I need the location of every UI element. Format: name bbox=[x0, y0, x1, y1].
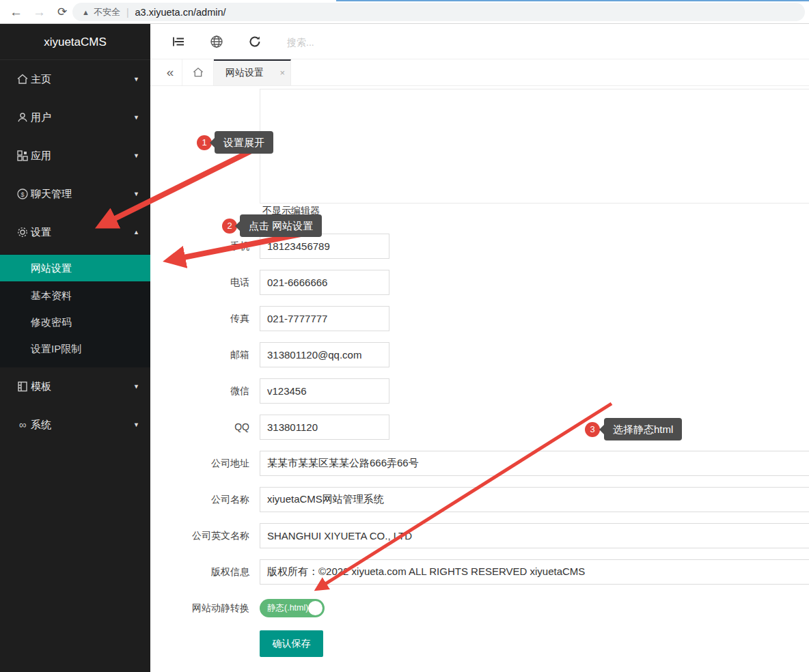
tabs-scroll-left-icon[interactable]: « bbox=[159, 59, 182, 85]
fax-field[interactable] bbox=[260, 306, 389, 331]
system-icon: ∞ bbox=[16, 419, 29, 431]
company-address-field[interactable] bbox=[260, 451, 809, 476]
field-label-company-name-en: 公司英文名称 bbox=[102, 523, 249, 548]
security-label[interactable]: 不安全 bbox=[94, 6, 120, 18]
tab-bar: « 网站设置 × bbox=[150, 59, 809, 86]
wechat-field[interactable] bbox=[260, 378, 389, 404]
annotation-tooltip-1: 设置展开 bbox=[215, 131, 273, 154]
save-button[interactable]: 确认保存 bbox=[260, 630, 323, 657]
static-html-toggle[interactable]: 静态(.html) bbox=[260, 599, 325, 617]
app-logo-title[interactable]: xiyuetaCMS bbox=[0, 24, 150, 60]
browser-bar: ← → ⟳ ▲ 不安全 | a3.xiyueta.cn/admin/ bbox=[0, 0, 809, 24]
company-name-field[interactable] bbox=[260, 487, 809, 512]
user-icon bbox=[16, 111, 29, 124]
toggle-value-label: 静态(.html) bbox=[267, 599, 308, 617]
sidebar-item-users[interactable]: 用户 ▼ bbox=[0, 98, 150, 137]
field-label-copyright: 版权信息 bbox=[102, 559, 249, 585]
tab-label: 网站设置 bbox=[225, 61, 264, 85]
tab-website-settings[interactable]: 网站设置 × bbox=[214, 59, 291, 85]
annotation-badge-3: 3 bbox=[585, 422, 600, 437]
annotation-tooltip-2: 点击 网站设置 bbox=[240, 214, 322, 237]
address-bar[interactable]: ▲ 不安全 | a3.xiyueta.cn/admin/ bbox=[72, 3, 805, 21]
url-text[interactable]: a3.xiyueta.cn/admin/ bbox=[135, 7, 226, 18]
annotation-tooltip-3: 选择静态html bbox=[604, 418, 682, 440]
chevron-down-icon[interactable]: ▼ bbox=[133, 175, 139, 213]
field-label-fax: 传真 bbox=[102, 306, 249, 331]
gear-icon bbox=[16, 226, 29, 238]
home-tab-icon bbox=[192, 67, 204, 79]
browser-back-icon[interactable]: ← bbox=[10, 0, 23, 24]
field-label-email: 邮箱 bbox=[102, 342, 249, 367]
browser-forward-icon[interactable]: → bbox=[33, 0, 46, 24]
field-label-qq: QQ bbox=[102, 415, 249, 440]
sidebar-item-home[interactable]: 主页 ▼ bbox=[0, 60, 150, 98]
sidebar-item-apps[interactable]: 应用 ▼ bbox=[0, 137, 150, 175]
warning-triangle-icon: ▲ bbox=[82, 8, 90, 16]
chevron-down-icon[interactable]: ▼ bbox=[133, 98, 139, 137]
mobile-field[interactable] bbox=[260, 234, 389, 259]
window-edge-highlight bbox=[336, 0, 809, 1]
toggle-knob[interactable] bbox=[308, 601, 323, 615]
sidebar-item-chat-management[interactable]: $ 聊天管理 ▼ bbox=[0, 175, 150, 213]
apps-icon bbox=[16, 150, 29, 162]
field-label-company-name: 公司名称 bbox=[102, 487, 249, 512]
home-icon bbox=[16, 73, 29, 85]
refresh-icon[interactable] bbox=[247, 34, 262, 49]
field-label-wechat: 微信 bbox=[102, 378, 249, 404]
tab-home[interactable] bbox=[182, 59, 214, 85]
browser-refresh-icon[interactable]: ⟳ bbox=[57, 0, 67, 24]
field-label-phone: 电话 bbox=[102, 270, 249, 295]
field-label-company-address: 公司地址 bbox=[102, 451, 249, 476]
top-toolbar bbox=[150, 24, 809, 59]
search-input[interactable] bbox=[286, 32, 439, 53]
hidden-editor-area bbox=[260, 89, 809, 204]
qq-field[interactable] bbox=[260, 415, 389, 440]
field-label-mobile: 手机 bbox=[102, 234, 249, 259]
copyright-field[interactable] bbox=[260, 559, 809, 585]
dollar-chat-icon: $ bbox=[16, 188, 29, 200]
collapse-menu-icon[interactable] bbox=[171, 34, 186, 49]
template-icon bbox=[16, 380, 29, 393]
email-field[interactable] bbox=[260, 342, 389, 367]
field-label-static-toggle: 网站动静转换 bbox=[102, 596, 249, 621]
chevron-down-icon[interactable]: ▼ bbox=[133, 137, 139, 175]
company-name-en-field[interactable] bbox=[260, 523, 809, 548]
globe-icon[interactable] bbox=[209, 34, 224, 49]
chevron-down-icon[interactable]: ▼ bbox=[133, 60, 139, 98]
svg-text:$: $ bbox=[20, 191, 24, 198]
tab-close-icon[interactable]: × bbox=[279, 61, 285, 85]
url-separator: | bbox=[126, 7, 129, 18]
phone-field[interactable] bbox=[260, 270, 389, 295]
